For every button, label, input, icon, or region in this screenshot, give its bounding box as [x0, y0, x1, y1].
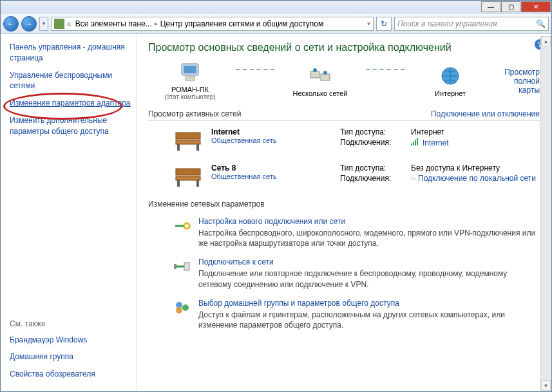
section-label: Изменение сетевых параметров [148, 200, 265, 209]
task-link[interactable]: Настройка нового подключения или сети [198, 217, 345, 226]
network-map-row: РОМАН-ПК (этот компьютер) Несколько сете… [148, 61, 540, 100]
access-type-label: Тип доступа: [340, 163, 411, 173]
svg-rect-12 [176, 169, 200, 175]
task-description: Доступ к файлам и принтерам, расположенн… [198, 310, 540, 330]
connect-icon [171, 257, 192, 275]
sidebar-firewall-link[interactable]: Брандмауэр Windows [10, 335, 131, 346]
svg-point-21 [176, 307, 182, 313]
svg-rect-8 [176, 133, 200, 139]
breadcrumb-item[interactable]: Все элементы пане... [75, 19, 152, 28]
svg-point-6 [323, 71, 327, 75]
refresh-button[interactable]: ↻ [376, 17, 392, 31]
svg-rect-11 [196, 144, 199, 151]
highlighted-link-wrap: Изменение параметров адаптера [10, 98, 131, 109]
map-node-computer: РОМАН-ПК (этот компьютер) [148, 61, 232, 100]
search-placeholder: Поиск в панели управления [397, 19, 497, 28]
history-dropdown-button[interactable]: ▾ [39, 17, 48, 31]
chevron-icon: « [67, 19, 71, 28]
svg-rect-10 [177, 144, 180, 151]
map-node-label: РОМАН-ПК [171, 86, 209, 93]
svg-rect-4 [321, 74, 330, 80]
access-type-label: Тип доступа: [340, 127, 411, 136]
content-pane: ? Просмотр основных сведений о сети и на… [136, 34, 551, 391]
task-link[interactable]: Подключиться к сети [198, 257, 274, 266]
address-bar[interactable]: « Все элементы пане... ▸ Центр управлени… [51, 17, 374, 31]
forward-button[interactable]: → [21, 16, 37, 32]
location-icon [54, 19, 64, 29]
svg-rect-1 [184, 66, 196, 73]
connection-link[interactable]: Internet [423, 138, 449, 147]
connections-label: Подключения: [340, 174, 411, 183]
full-map-link[interactable]: Просмотр полной карты [492, 68, 540, 95]
chevron-right-icon: ▸ [155, 20, 158, 27]
sidebar: Панель управления - домашняя страница Уп… [1, 34, 136, 391]
map-node-label: Интернет [435, 89, 466, 97]
search-input[interactable]: Поиск в панели управления 🔍 [394, 17, 549, 31]
change-settings-section: Настройка нового подключения или сети На… [148, 217, 540, 330]
connect-disconnect-link[interactable]: Подключение или отключение [431, 109, 540, 118]
svg-rect-18 [174, 264, 176, 269]
task-item: Выбор домашней группы и параметров общег… [148, 299, 540, 330]
sidebar-wireless-link[interactable]: Управление беспроводными сетями [10, 70, 131, 92]
close-button[interactable]: ✕ [521, 1, 551, 12]
network-map: РОМАН-ПК (этот компьютер) Несколько сете… [148, 61, 492, 100]
map-node-networks: Несколько сетей [278, 65, 362, 97]
bench-icon [171, 127, 205, 153]
vertical-scrollbar[interactable]: ▲ ▼ [540, 36, 551, 391]
access-type-value: Интернет [411, 127, 444, 136]
sidebar-sharing-link[interactable]: Изменить дополнительные параметры общего… [10, 115, 131, 137]
see-also-label: См. также [10, 319, 131, 328]
navbar: ← → ▾ « Все элементы пане... ▸ Центр упр… [1, 14, 551, 34]
connection-link[interactable]: Подключение по локальной сети [418, 174, 536, 183]
map-node-sublabel: (этот компьютер) [164, 93, 215, 100]
connections-label: Подключения: [340, 138, 411, 147]
svg-rect-9 [176, 140, 200, 144]
svg-rect-15 [196, 180, 199, 187]
map-node-label: Несколько сетей [292, 89, 347, 97]
network-type-link[interactable]: Общественная сеть [211, 136, 340, 144]
network-type-link[interactable]: Общественная сеть [211, 173, 340, 180]
task-link[interactable]: Выбор домашней группы и параметров общег… [198, 299, 399, 308]
connection-line [366, 69, 404, 70]
sidebar-adapter-link[interactable]: Изменение параметров адаптера [10, 98, 131, 109]
homegroup-icon [171, 299, 192, 317]
network-name: Internet [211, 127, 340, 136]
signal-icon [411, 138, 420, 145]
ethernet-icon: ⎓ [411, 174, 415, 183]
search-icon: 🔍 [536, 19, 546, 28]
svg-point-5 [313, 68, 317, 72]
task-item: Настройка нового подключения или сети На… [148, 217, 540, 248]
page-title: Просмотр основных сведений о сети и наст… [148, 42, 540, 53]
sidebar-homegroup-link[interactable]: Домашняя группа [10, 351, 131, 362]
globe-icon [439, 65, 461, 87]
network-name: Сеть 8 [211, 163, 340, 173]
svg-point-20 [182, 304, 189, 311]
svg-rect-13 [176, 176, 200, 180]
new-connection-icon [171, 217, 192, 235]
titlebar: — ▢ ✕ [1, 1, 551, 14]
network-block: Internet Общественная сеть Тип доступа:И… [148, 127, 540, 153]
computer-icon [179, 61, 201, 83]
connection-line [236, 69, 274, 70]
change-settings-header: Изменение сетевых параметров [148, 200, 540, 210]
access-type-value: Без доступа к Интернету [411, 163, 500, 173]
networks-icon [309, 65, 331, 87]
section-label: Просмотр активных сетей [148, 109, 241, 118]
svg-rect-2 [186, 77, 195, 80]
svg-rect-14 [177, 180, 180, 187]
bench-icon [171, 163, 205, 189]
minimize-button[interactable]: — [481, 1, 500, 12]
scroll-down-button[interactable]: ▼ [541, 380, 551, 391]
active-networks-header: Просмотр активных сетей Подключение или … [148, 109, 540, 121]
back-button[interactable]: ← [3, 16, 19, 32]
scroll-up-button[interactable]: ▲ [541, 36, 551, 46]
breadcrumb-item[interactable]: Центр управления сетями и общим доступом [160, 19, 324, 28]
maximize-button[interactable]: ▢ [501, 1, 520, 12]
svg-rect-17 [184, 263, 189, 270]
map-node-internet: Интернет [408, 65, 492, 97]
dropdown-icon[interactable]: ▾ [367, 20, 370, 27]
sidebar-ieopts-link[interactable]: Свойства обозревателя [10, 369, 131, 380]
task-description: Подключение или повторное подключение к … [198, 268, 540, 289]
window-frame: — ▢ ✕ ← → ▾ « Все элементы пане... ▸ Цен… [0, 0, 552, 392]
sidebar-home-link[interactable]: Панель управления - домашняя страница [10, 42, 131, 64]
